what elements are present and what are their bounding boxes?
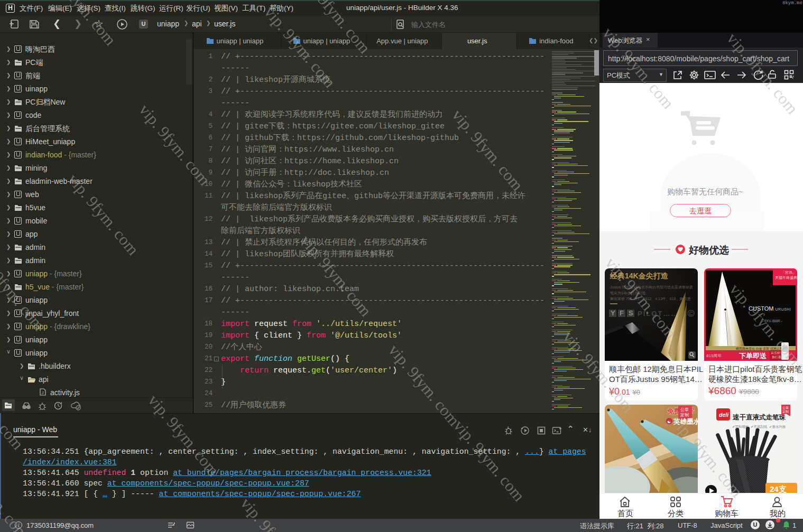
- svg-text:J: J: [41, 390, 44, 395]
- svg-text:✔写和顺畅 ✔不易刮纸 ✔墨水均衡: ✔写和顺畅 ✔不易刮纸 ✔墨水均衡: [732, 425, 786, 429]
- svg-text:F: F: [620, 309, 624, 317]
- svg-text:「官讯」: 「官讯」: [781, 270, 796, 274]
- svg-text:定制: 定制: [782, 409, 789, 414]
- svg-text:下单即送: 下单即送: [739, 352, 767, 360]
- svg-text:速干直液式走笔珠: 速干直液式走笔珠: [732, 414, 786, 421]
- svg-text:24支: 24支: [770, 484, 787, 493]
- svg-text:公章: 公章: [680, 407, 689, 412]
- svg-text:S: S: [629, 309, 633, 317]
- svg-text:deli: deli: [719, 412, 729, 418]
- svg-text:天猫年终盛典: 天猫年终盛典: [775, 276, 797, 280]
- svg-text:公章: 公章: [782, 406, 789, 409]
- svg-text:815周年: 815周年: [706, 353, 722, 358]
- svg-text:Y: Y: [611, 309, 615, 317]
